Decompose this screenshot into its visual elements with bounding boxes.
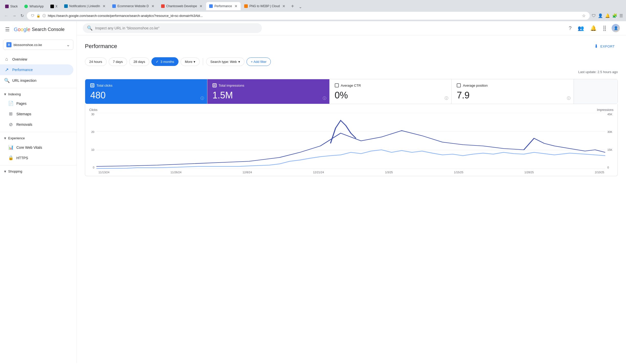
metric-cards: ✓ Total clicks 480 ⓘ ✓ Total impressions <box>85 79 618 104</box>
logo-letter-o1: o <box>18 27 21 32</box>
back-button[interactable]: ← <box>3 13 9 19</box>
help-icon[interactable]: ? <box>568 24 573 32</box>
sidebar-item-url-inspection[interactable]: 🔍 URL inspection <box>0 75 73 86</box>
chart-svg-container <box>96 113 605 170</box>
tab-performance[interactable]: Performance ✕ <box>206 2 241 10</box>
tab-chantosweb[interactable]: Chantosweb Develope ✕ <box>158 2 206 10</box>
hamburger-button[interactable]: ☰ <box>4 25 11 33</box>
x-label-4: 12/21/24 <box>313 171 324 174</box>
sidebar-item-sitemaps[interactable]: ⊞ Sitemaps <box>0 109 73 119</box>
tab-close-linkedin[interactable]: ✕ <box>103 4 106 8</box>
apps-icon[interactable]: ⣿ <box>602 24 608 32</box>
removals-icon: ⊘ <box>8 122 13 127</box>
download-icon: ⬇ <box>594 43 598 49</box>
sidebar-item-removals[interactable]: ⊘ Removals <box>0 119 73 130</box>
tab-close-chantosweb[interactable]: ✕ <box>199 4 203 8</box>
new-tab-button[interactable]: + <box>289 2 296 10</box>
add-filter-label: + Add filter <box>251 60 267 64</box>
sidebar-item-cwv-label: Core Web Vitals <box>16 145 42 150</box>
logo-letter-g2: g <box>24 27 26 32</box>
tab-favicon-chantosweb <box>161 4 165 8</box>
x-label-7: 1/28/25 <box>524 171 534 174</box>
tab-slack[interactable]: Slack <box>2 3 21 10</box>
address-input-wrap[interactable]: 🛡 🔒 ⓘ https://search.google.com/search-c… <box>27 12 590 20</box>
metric-card-total-impressions[interactable]: ✓ Total impressions 1.5M ⓘ <box>207 79 330 104</box>
y-right-30k: 30K <box>607 130 612 133</box>
lock-icon: 🔒 <box>36 14 40 18</box>
tab-favicon-pngwebp <box>244 4 248 8</box>
metric-card-avg-position[interactable]: Average position 7.9 ⓘ <box>452 79 574 104</box>
logo-letter-g: G <box>14 27 18 32</box>
bell-icon[interactable]: 🔔 <box>605 13 610 18</box>
profile-icon[interactable]: 👤 <box>598 13 603 18</box>
metric-card-empty <box>574 79 618 104</box>
sidebar-item-performance[interactable]: ↗ Performance <box>0 64 73 75</box>
help-icon-clicks[interactable]: ⓘ <box>200 96 204 101</box>
avatar[interactable]: 👤 <box>612 24 620 32</box>
metric-checkbox-clicks[interactable]: ✓ <box>90 83 94 87</box>
tab-whatsapp[interactable]: WhatsApp <box>21 3 47 10</box>
bookmark-icon[interactable]: ☆ <box>582 13 586 18</box>
menu-icon[interactable]: ☰ <box>619 13 623 18</box>
address-url[interactable]: https://search.google.com/search-console… <box>48 14 580 18</box>
filter-7days[interactable]: 7 days <box>109 58 127 66</box>
tab-pngwebp[interactable]: PNG to WEBP | Cloud ✕ <box>241 2 288 10</box>
search-type-label: Search type: Web <box>210 60 237 64</box>
nav-section-indexing[interactable]: ▾ Indexing <box>0 90 76 98</box>
metric-checkbox-impressions[interactable]: ✓ <box>213 83 217 87</box>
filter-more[interactable]: More ▾ <box>181 58 200 66</box>
help-icon-ctr[interactable]: ⓘ <box>445 96 448 101</box>
metric-card-avg-ctr[interactable]: Average CTR 0% ⓘ <box>330 79 452 104</box>
notifications-icon[interactable]: 🔔 <box>589 24 598 32</box>
add-filter-button[interactable]: + Add filter <box>247 58 271 66</box>
info-icon: ⓘ <box>42 14 46 18</box>
tab-ecommerce[interactable]: Ecommerce Website D ✕ <box>109 2 157 10</box>
x-label-5: 1/3/25 <box>385 171 393 174</box>
metric-checkbox-position[interactable] <box>457 83 461 87</box>
nav-section-shopping[interactable]: ▾ Shopping <box>0 167 76 175</box>
tab-linkedin[interactable]: Notifications | LinkedIn ✕ <box>61 2 109 10</box>
metric-card-total-clicks[interactable]: ✓ Total clicks 480 ⓘ <box>85 79 207 104</box>
tab-close-ecommerce[interactable]: ✕ <box>151 4 154 8</box>
page-title: Performance <box>85 43 117 50</box>
y-left-10: 10 <box>91 148 94 151</box>
sidebar-item-pages[interactable]: 📄 Pages <box>0 98 73 109</box>
user-add-icon[interactable]: 👥 <box>577 24 585 32</box>
tab-overflow-button[interactable]: ⌄ <box>297 3 304 10</box>
metric-checkbox-ctr[interactable] <box>335 83 339 87</box>
sidebar-item-core-web-vitals[interactable]: 📊 Core Web Vitals <box>0 142 73 153</box>
chart-y-right-label: Impressions <box>597 108 613 112</box>
search-type-button[interactable]: Search type: Web ▾ <box>206 58 244 66</box>
reload-button[interactable]: ↻ <box>19 12 25 19</box>
help-icon-impressions[interactable]: ⓘ <box>323 96 326 101</box>
forward-button[interactable]: → <box>11 13 17 19</box>
help-icon-position[interactable]: ⓘ <box>567 96 571 101</box>
shield-address-icon[interactable]: 🛡 <box>592 14 596 18</box>
filter-24hours[interactable]: 24 hours <box>85 58 107 66</box>
nav-section-experience[interactable]: ▾ Experience <box>0 134 76 142</box>
export-button[interactable]: ⬇ EXPORT <box>591 41 618 51</box>
chevron-down-more: ▾ <box>194 60 195 64</box>
tab-close-performance[interactable]: ✕ <box>234 4 238 8</box>
chart-y-left-label: Clicks <box>89 108 97 112</box>
tab-close-pngwebp[interactable]: ✕ <box>282 4 285 8</box>
sidebar-item-overview[interactable]: ⌂ Overview <box>0 54 73 64</box>
property-selector[interactable]: B blossomshoe.co.ke ⌄ <box>3 40 73 50</box>
tab-x[interactable]: X <box>47 3 61 10</box>
filter-28days[interactable]: 28 days <box>129 58 150 66</box>
y-right-0: 0 <box>607 166 609 169</box>
sidebar-item-https[interactable]: 🔒 HTTPS <box>0 153 73 163</box>
topbar: 🔍 ? 👥 🔔 ⣿ 👤 <box>77 21 626 35</box>
metric-card-header-clicks: ✓ Total clicks <box>90 83 202 87</box>
y-left-0: 0 <box>93 166 94 169</box>
search-icon: 🔍 <box>4 78 9 83</box>
search-wrap[interactable]: 🔍 <box>83 23 262 33</box>
check-icon: ✓ <box>156 60 159 64</box>
extensions-icon[interactable]: 🧩 <box>612 13 617 18</box>
sidebar-item-overview-label: Overview <box>12 57 27 61</box>
metric-label-impressions: Total impressions <box>219 84 244 87</box>
search-input[interactable] <box>95 26 258 30</box>
sidebar-item-removals-label: Removals <box>16 122 32 127</box>
clicks-line <box>96 150 605 168</box>
filter-3months[interactable]: ✓ 3 months <box>151 57 178 66</box>
